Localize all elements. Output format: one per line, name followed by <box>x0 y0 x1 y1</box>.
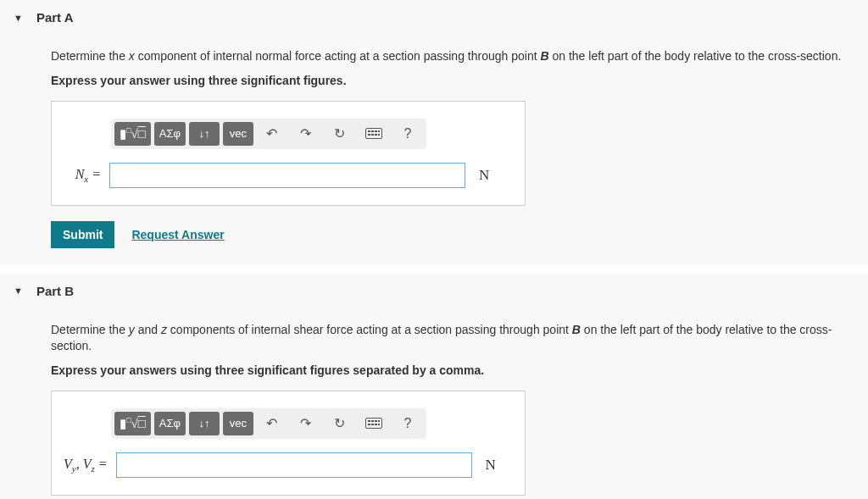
keyboard-icon <box>365 128 382 139</box>
greek-button[interactable]: ΑΣφ <box>154 122 186 146</box>
help-button[interactable]: ? <box>392 412 423 435</box>
variable-z: z <box>161 323 167 336</box>
templates-button[interactable]: ▮□√□ <box>114 122 151 146</box>
part-b-section: ▼ Part B Determine the y and z component… <box>0 274 868 499</box>
redo-button[interactable]: ↷ <box>291 122 321 146</box>
text: and <box>135 323 161 336</box>
text: Determine the <box>51 49 129 63</box>
text: components of internal shear force actin… <box>167 323 572 336</box>
redo-button[interactable]: ↷ <box>291 412 321 435</box>
part-b-prompt: Determine the y and z components of inte… <box>51 322 854 355</box>
part-a-unit: N <box>479 167 489 184</box>
help-button[interactable]: ? <box>392 122 423 146</box>
caret-down-icon: ▼ <box>14 286 23 296</box>
text: on the left part of the body relative to… <box>549 49 842 63</box>
part-a-header[interactable]: ▼ Part A <box>0 0 868 35</box>
templates-button[interactable]: ▮□√□ <box>114 412 151 435</box>
part-a-title: Part A <box>36 10 74 25</box>
reset-button[interactable]: ↻ <box>325 122 355 146</box>
part-b-header[interactable]: ▼ Part B <box>0 274 868 308</box>
request-answer-link[interactable]: Request Answer <box>131 228 224 241</box>
text: component of internal normal force actin… <box>135 49 541 63</box>
part-b-instruction: Express your answers using three signifi… <box>51 363 854 377</box>
part-a-instruction: Express your answer using three signific… <box>51 74 854 87</box>
vector-button[interactable]: vec <box>223 122 253 146</box>
equation-toolbar: ▮□√□ ΑΣφ ↓↑ vec ↶ ↷ ↻ ? <box>111 119 426 149</box>
part-b-unit: N <box>486 457 496 474</box>
part-b-title: Part B <box>36 284 74 298</box>
part-b-answer-input[interactable] <box>116 452 472 478</box>
part-b-input-row: Vy, Vz = N <box>64 452 513 478</box>
part-a-actions: Submit Request Answer <box>51 221 854 248</box>
keyboard-button[interactable] <box>359 412 389 435</box>
part-a-input-row: Nx = N <box>64 163 513 188</box>
variable-B: B <box>540 49 548 63</box>
subsuper-button[interactable]: ↓↑ <box>189 122 220 146</box>
text: Determine the <box>51 323 129 336</box>
caret-down-icon: ▼ <box>14 13 23 23</box>
part-b-body: Determine the y and z components of inte… <box>0 308 868 499</box>
subsuper-button[interactable]: ↓↑ <box>189 412 220 435</box>
part-a-answer-input[interactable] <box>109 163 465 188</box>
variable-y: y <box>129 323 135 336</box>
part-a-section: ▼ Part A Determine the x component of in… <box>0 0 868 265</box>
variable-B: B <box>572 323 581 336</box>
part-b-answer-box: ▮□√□ ΑΣφ ↓↑ vec ↶ ↷ ↻ ? Vy, Vz = N <box>51 391 526 496</box>
keyboard-button[interactable] <box>359 122 389 146</box>
part-a-answer-box: ▮□√□ ΑΣφ ↓↑ vec ↶ ↷ ↻ ? Nx = N <box>51 101 526 206</box>
part-a-variable-label: Nx = <box>64 167 101 184</box>
part-a-body: Determine the x component of internal no… <box>0 35 868 265</box>
vector-button[interactable]: vec <box>223 412 253 435</box>
greek-button[interactable]: ΑΣφ <box>154 412 186 435</box>
part-b-variable-label: Vy, Vz = <box>64 457 108 474</box>
reset-button[interactable]: ↻ <box>325 412 355 435</box>
keyboard-icon <box>365 418 382 429</box>
undo-button[interactable]: ↶ <box>257 412 287 435</box>
submit-button[interactable]: Submit <box>51 221 114 248</box>
undo-button[interactable]: ↶ <box>257 122 287 146</box>
equation-toolbar: ▮□√□ ΑΣφ ↓↑ vec ↶ ↷ ↻ ? <box>111 408 426 439</box>
part-a-prompt: Determine the x component of internal no… <box>51 48 854 65</box>
variable-x: x <box>129 49 135 63</box>
